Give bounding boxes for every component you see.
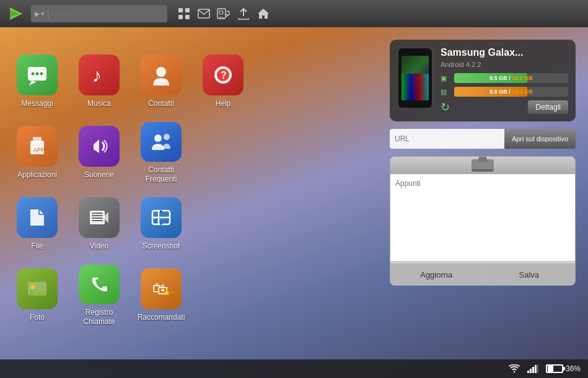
app-item-contatti[interactable]: Contatti xyxy=(130,46,192,117)
salva-button[interactable]: Salva xyxy=(483,264,576,285)
device-screen xyxy=(402,56,429,100)
sync-contacts-icon[interactable] xyxy=(217,7,230,20)
app-icon-messaggi xyxy=(17,55,58,95)
svg-rect-42 xyxy=(530,369,532,373)
app-icon-registro xyxy=(79,265,120,304)
app-logo xyxy=(6,4,26,24)
svg-rect-44 xyxy=(535,365,537,373)
svg-rect-21 xyxy=(33,137,42,143)
refresh-icon[interactable]: ↻ xyxy=(441,100,450,114)
signal-status xyxy=(527,364,538,373)
right-panel: Samsung Galax... Android 4.2.2 ▣ 8.5 GB … xyxy=(390,40,576,286)
svg-text:?: ? xyxy=(221,70,227,81)
app-label-help: Help xyxy=(216,99,231,108)
app-item-raccomandati[interactable]: 🛍 ★★★ Raccomandati xyxy=(130,260,192,331)
svg-rect-41 xyxy=(527,371,529,373)
app-icon-video xyxy=(79,197,120,238)
app-item-video[interactable]: Video xyxy=(68,188,130,260)
app-icon-applicazioni: APP xyxy=(17,126,58,167)
upload-icon[interactable] xyxy=(237,7,250,20)
storage-row-2: ▤ 8.5 GB / 13.3 GB xyxy=(441,87,568,97)
storage-icon-1: ▣ xyxy=(441,74,450,82)
svg-marker-11 xyxy=(29,81,37,86)
main-content: Messaggi ♪ Musica Contatti xyxy=(0,27,588,378)
device-os: Android 4.2.2 xyxy=(441,61,568,68)
clipboard-textarea[interactable] xyxy=(390,174,575,261)
app-label-screenshot: Screenshot xyxy=(143,242,180,250)
svg-marker-9 xyxy=(258,9,269,19)
svg-rect-2 xyxy=(178,8,183,12)
svg-point-25 xyxy=(164,134,170,140)
app-icon-foto xyxy=(17,268,58,309)
grid-icon[interactable] xyxy=(177,7,191,20)
svg-point-38 xyxy=(30,284,35,289)
app-icon-file xyxy=(17,197,58,238)
toolbar-divider: | xyxy=(47,9,50,19)
app-item-suonerie[interactable]: Suonerie xyxy=(68,117,130,188)
app-item-applicazioni[interactable]: APP Applicazioni xyxy=(6,117,68,188)
play-button[interactable]: ▶ ▾ xyxy=(35,10,45,18)
app-label-messaggi: Messaggi xyxy=(21,99,53,108)
app-item-empty1 xyxy=(192,117,254,188)
svg-rect-3 xyxy=(185,8,190,12)
app-item-help[interactable]: ? Help xyxy=(192,46,254,117)
search-input[interactable] xyxy=(52,9,164,18)
url-bar: Apri sul dispositivo xyxy=(390,129,576,149)
clipboard-panel: Aggiorna Salva xyxy=(390,156,576,286)
svg-point-14 xyxy=(40,73,43,76)
app-label-file: File xyxy=(31,242,43,250)
app-item-contatti-frequenti[interactable]: Contatti Frequenti xyxy=(130,117,192,188)
svg-rect-30 xyxy=(92,218,103,219)
svg-rect-29 xyxy=(92,215,103,216)
storage-text-1: 8.5 GB / 13.3 GB xyxy=(454,73,568,83)
app-label-contatti: Contatti xyxy=(148,99,173,108)
svg-point-36 xyxy=(160,222,162,225)
svg-point-35 xyxy=(160,210,162,213)
status-bar: 36% xyxy=(0,359,588,378)
app-label-musica: Musica xyxy=(87,99,111,108)
app-label-video: Video xyxy=(90,242,108,250)
storage-bar-2: 8.5 GB / 13.3 GB xyxy=(454,87,568,97)
battery-box xyxy=(546,364,563,373)
svg-rect-45 xyxy=(537,364,538,373)
battery-fill xyxy=(548,366,553,372)
app-item-musica[interactable]: ♪ Musica xyxy=(68,46,130,117)
device-info: Samsung Galax... Android 4.2.2 ▣ 8.5 GB … xyxy=(441,47,568,114)
app-icon-contatti-freq xyxy=(141,122,182,162)
dettagli-button[interactable]: Dettagli xyxy=(528,100,568,114)
home-icon[interactable] xyxy=(257,7,270,20)
svg-point-12 xyxy=(32,73,35,76)
storage-icon-2: ▤ xyxy=(441,88,450,96)
app-item-registro-chiamate[interactable]: Registro Chiamate xyxy=(68,260,130,331)
clipboard-clip xyxy=(472,159,494,172)
url-input[interactable] xyxy=(390,129,504,149)
storage-row-1: ▣ 8.5 GB / 13.3 GB xyxy=(441,73,568,83)
search-area: ▶ ▾ | xyxy=(31,5,167,22)
svg-text:★★★: ★★★ xyxy=(163,288,173,297)
mail-icon[interactable] xyxy=(197,7,211,20)
storage-bar-1: 8.5 GB / 13.3 GB xyxy=(454,73,568,83)
app-icon-screenshot xyxy=(141,197,182,238)
svg-text:♪: ♪ xyxy=(92,65,102,86)
svg-rect-6 xyxy=(198,9,209,18)
open-on-device-button[interactable]: Apri sul dispositivo xyxy=(504,129,576,149)
app-item-file[interactable]: File xyxy=(6,188,68,260)
app-item-foto[interactable]: Foto xyxy=(6,260,68,331)
app-item-screenshot[interactable]: Screenshot xyxy=(130,188,192,260)
wifi-icon xyxy=(509,364,520,373)
svg-point-8 xyxy=(219,11,223,14)
app-icon-raccomandati: 🛍 ★★★ xyxy=(141,268,182,309)
app-label-contatti-frequenti: Contatti Frequenti xyxy=(135,165,187,183)
device-card: Samsung Galax... Android 4.2.2 ▣ 8.5 GB … xyxy=(390,40,576,121)
app-icon-suonerie xyxy=(79,126,120,167)
app-icon-contatti xyxy=(141,55,182,95)
svg-rect-5 xyxy=(185,15,190,19)
device-phone xyxy=(397,47,433,109)
toolbar: ▶ ▾ | xyxy=(0,0,588,27)
signal-icon xyxy=(527,364,538,373)
device-actions: ↻ Dettagli xyxy=(441,100,568,114)
battery-status: 36% xyxy=(546,364,581,373)
app-item-messaggi[interactable]: Messaggi xyxy=(6,46,68,117)
aggiorna-button[interactable]: Aggiorna xyxy=(390,264,483,285)
app-icon-help: ? xyxy=(203,55,244,95)
